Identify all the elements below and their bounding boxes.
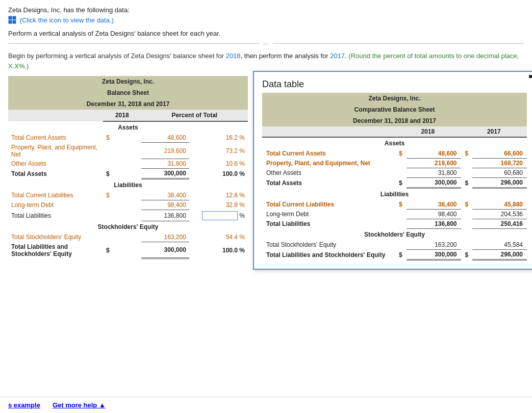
dt-assets-header-row: Assets — [262, 137, 527, 149]
dt-col2018: 2018 — [395, 126, 461, 137]
example-link[interactable]: s example — [8, 401, 40, 409]
get-more-help-link[interactable]: Get more help ▲ — [53, 401, 106, 409]
dt-row: Other Assets 31,800 60,680 — [262, 168, 527, 178]
data-table-inner: Zeta Designs, Inc. Comparative Balance S… — [254, 93, 532, 269]
table-row: Long-term Debt 98,400 32.8 % — [8, 200, 248, 210]
data-link[interactable]: (Click the icon to view the data.) — [20, 16, 114, 24]
svg-rect-3 — [13, 20, 16, 23]
dt-row: Total Liabilities 136,800 250,416 — [262, 219, 527, 229]
bs-title2: Balance Sheet — [8, 87, 248, 98]
dt-col2017: 2017 — [461, 126, 527, 137]
dt-row: Total Current Assets $ 48,600 $ 66,600 — [262, 149, 527, 159]
balance-sheet-table: Zeta Designs, Inc. Balance Sheet Decembe… — [8, 76, 248, 259]
intro-line1: Zeta Designs, Inc. has the following dat… — [8, 6, 524, 14]
svg-rect-0 — [9, 16, 12, 19]
balance-sheet-section: Zeta Designs, Inc. Balance Sheet Decembe… — [8, 76, 258, 259]
divider-dots: ... — [259, 39, 272, 46]
data-table-title: Data table — [254, 72, 532, 93]
table-row: Total Current Assets $ 48,600 16.2 % — [8, 133, 248, 143]
table-row: Total Stockholders' Equity 163,200 54.4 … — [8, 233, 248, 242]
bs-title1: Zeta Designs, Inc. — [8, 76, 248, 87]
perform-text: Perform a vertical analysis of Zeta Desi… — [8, 30, 524, 37]
liabilities-header: Liabilities — [8, 179, 248, 191]
dt-equity-header-row: Stockholders' Equity — [262, 229, 527, 241]
bs-title3: December 31, 2018 and 2017 — [8, 98, 248, 110]
total-liabilities-row: Total Liabilities 136,800 % — [8, 210, 248, 221]
dt-row: Total Stockholders' Equity 163,200 45,58… — [262, 240, 527, 250]
intro-line2: (Click the icon to view the data.) — [8, 16, 524, 25]
total-assets-row: Total Assets $ 300,000 100.0 % — [8, 169, 248, 179]
divider: ... — [8, 43, 524, 44]
dt-assets-header: Assets — [262, 137, 527, 149]
table-row: Total Current Liabilities $ 38,400 12.8 … — [8, 191, 248, 200]
dt-header1: Zeta Designs, Inc. — [262, 93, 527, 104]
total-liabilities-pct-input[interactable] — [202, 211, 238, 220]
dt-row: Total Current Liabilities $ 38,400 $ 45,… — [262, 200, 527, 210]
assets-header: Assets — [8, 121, 248, 133]
corner-indicator — [529, 75, 532, 78]
dt-liab-header-row: Liabilities — [262, 188, 527, 200]
dt-row: Property, Plant, and Equipment, Net 219,… — [262, 159, 527, 168]
dt-total-assets-row: Total Assets $ 300,000 $ 296,000 — [262, 178, 527, 188]
bs-col1-header: 2018 — [103, 110, 141, 121]
data-table: Zeta Designs, Inc. Comparative Balance S… — [262, 93, 527, 261]
bottom-nav: s example Get more help ▲ — [0, 397, 532, 413]
dt-row: Long-term Debt 98,400 204,536 — [262, 210, 527, 219]
intro-text: Zeta Designs, Inc. has the following dat… — [8, 6, 130, 14]
dt-equity-header: Stockholders' Equity — [262, 229, 527, 241]
total-liab-equity-row: Total Liabilities and Stockholders' Equi… — [8, 242, 248, 259]
instructions: Begin by performing a vertical analysis … — [8, 51, 524, 71]
data-table-popup: Data table Zeta Designs, Inc. Comparativ… — [253, 71, 532, 270]
equity-header: Stockholders' Equity — [8, 221, 248, 233]
dt-header3: December 31, 2018 and 2017 — [262, 115, 527, 126]
bs-col2-header: Percent of Total — [141, 110, 248, 121]
grid-icon[interactable] — [8, 16, 16, 25]
svg-rect-2 — [9, 20, 12, 23]
svg-rect-1 — [13, 16, 16, 19]
dt-header2: Comparative Balance Sheet — [262, 104, 527, 115]
table-row: Property, Plant, and Equipment, Net 219,… — [8, 143, 248, 159]
dt-total-row: Total Liabilities and Stockholders' Equi… — [262, 250, 527, 260]
table-row: Other Assets 31,800 10.6 % — [8, 159, 248, 169]
dt-liab-header: Liabilities — [262, 188, 527, 200]
